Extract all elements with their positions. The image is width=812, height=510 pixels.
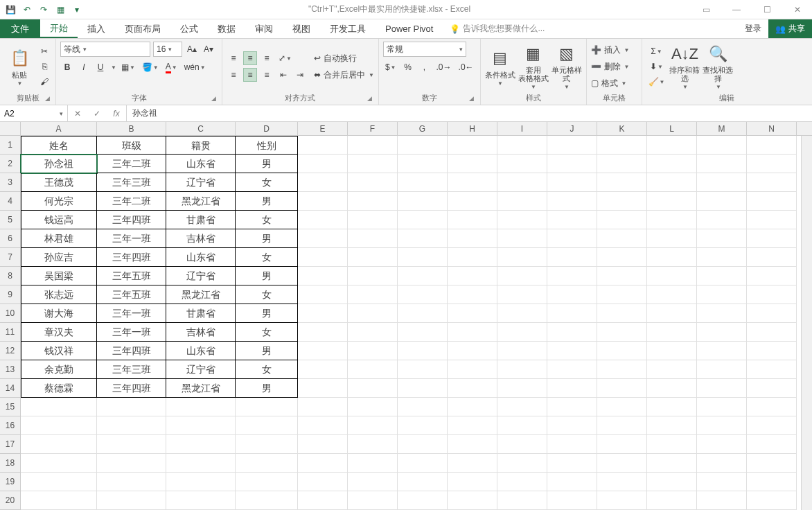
- cell[interactable]: [97, 416, 166, 435]
- cell[interactable]: [697, 285, 747, 304]
- orientation-icon[interactable]: ⤢▼: [276, 51, 294, 65]
- cell[interactable]: [298, 491, 348, 510]
- cell[interactable]: [497, 136, 547, 155]
- cell[interactable]: [597, 379, 647, 398]
- cell[interactable]: [448, 192, 497, 211]
- cell[interactable]: [166, 398, 236, 416]
- cell[interactable]: [597, 192, 647, 211]
- cell[interactable]: [547, 155, 597, 173]
- cell[interactable]: [398, 267, 448, 285]
- cell[interactable]: 姓名: [21, 136, 97, 155]
- login-button[interactable]: 登录: [738, 19, 768, 38]
- cell[interactable]: 三年四班: [97, 211, 166, 229]
- tab-插入[interactable]: 插入: [78, 19, 115, 38]
- cell[interactable]: [647, 248, 697, 267]
- cell[interactable]: [398, 473, 448, 491]
- dialog-launcher-icon[interactable]: ◢: [43, 95, 51, 103]
- percent-format-icon[interactable]: %: [401, 60, 415, 74]
- cell[interactable]: [448, 285, 497, 304]
- cell[interactable]: [497, 398, 547, 416]
- cell[interactable]: 王德茂: [21, 173, 97, 192]
- decrease-indent-icon[interactable]: ⇤: [276, 68, 290, 82]
- row-header[interactable]: 15: [0, 398, 21, 416]
- cell[interactable]: 三年四班: [97, 342, 166, 360]
- cell[interactable]: 三年二班: [97, 192, 166, 211]
- conditional-format-button[interactable]: ▤ 条件格式 ▼: [485, 43, 515, 90]
- cell[interactable]: [697, 192, 747, 211]
- font-color-icon[interactable]: A▼: [164, 60, 179, 74]
- enter-formula-icon[interactable]: ✓: [87, 109, 107, 118]
- cell[interactable]: 吉林省: [166, 323, 236, 342]
- cell[interactable]: [597, 155, 647, 173]
- number-format-combo[interactable]: 常规 ▾: [383, 42, 466, 57]
- cell[interactable]: [398, 435, 448, 454]
- cell[interactable]: [398, 173, 448, 192]
- cell[interactable]: [597, 473, 647, 491]
- cell[interactable]: [97, 454, 166, 473]
- cell[interactable]: [747, 360, 797, 379]
- cell[interactable]: [21, 398, 97, 416]
- cell[interactable]: [747, 473, 797, 491]
- row-header[interactable]: 4: [0, 192, 21, 211]
- cell[interactable]: [547, 416, 597, 435]
- column-header[interactable]: M: [697, 122, 747, 135]
- cell[interactable]: [597, 229, 647, 248]
- cell[interactable]: 山东省: [166, 248, 236, 267]
- cell[interactable]: 吴国梁: [21, 267, 97, 285]
- cell[interactable]: 辽宁省: [166, 267, 236, 285]
- cell[interactable]: [298, 155, 348, 173]
- cell[interactable]: [448, 267, 497, 285]
- cell[interactable]: [647, 398, 697, 416]
- cell[interactable]: [547, 435, 597, 454]
- cell[interactable]: [497, 211, 547, 229]
- underline-button[interactable]: U: [94, 60, 107, 74]
- cell[interactable]: 山东省: [166, 155, 236, 173]
- tab-开发工具[interactable]: 开发工具: [320, 19, 376, 38]
- cell[interactable]: [348, 229, 398, 248]
- cell[interactable]: [697, 473, 747, 491]
- cell[interactable]: [298, 211, 348, 229]
- cell[interactable]: 张志远: [21, 285, 97, 304]
- cell[interactable]: 女: [236, 323, 298, 342]
- vertical-scrollbar[interactable]: [801, 136, 812, 510]
- cell[interactable]: [236, 473, 298, 491]
- cell[interactable]: [398, 211, 448, 229]
- cell[interactable]: [497, 342, 547, 360]
- cell[interactable]: [597, 173, 647, 192]
- cell[interactable]: [697, 155, 747, 173]
- cell[interactable]: [747, 304, 797, 323]
- column-header[interactable]: K: [597, 122, 647, 135]
- cell[interactable]: [298, 248, 348, 267]
- cell[interactable]: 三年五班: [97, 267, 166, 285]
- cell[interactable]: [298, 379, 348, 398]
- cell[interactable]: [448, 360, 497, 379]
- cell[interactable]: [497, 454, 547, 473]
- row-header[interactable]: 1: [0, 136, 21, 155]
- cell[interactable]: [547, 473, 597, 491]
- cell[interactable]: [97, 398, 166, 416]
- cell[interactable]: [348, 211, 398, 229]
- cell[interactable]: 男: [236, 267, 298, 285]
- cell[interactable]: [597, 304, 647, 323]
- cancel-formula-icon[interactable]: ✕: [68, 109, 87, 118]
- cell[interactable]: 男: [236, 342, 298, 360]
- row-header[interactable]: 9: [0, 285, 21, 304]
- cell[interactable]: [747, 155, 797, 173]
- cell[interactable]: [166, 491, 236, 510]
- cell[interactable]: [497, 323, 547, 342]
- cell[interactable]: [97, 491, 166, 510]
- cell[interactable]: [697, 360, 747, 379]
- cell[interactable]: [697, 398, 747, 416]
- cell[interactable]: 女: [236, 360, 298, 379]
- cell[interactable]: [697, 491, 747, 510]
- cell[interactable]: [747, 379, 797, 398]
- cell[interactable]: [348, 379, 398, 398]
- cell[interactable]: 辽宁省: [166, 173, 236, 192]
- cell[interactable]: [647, 173, 697, 192]
- cell[interactable]: 三年四班: [97, 379, 166, 398]
- format-cells-button[interactable]: ▢格式▼: [591, 76, 630, 91]
- tab-审阅[interactable]: 审阅: [245, 19, 283, 38]
- cell[interactable]: [697, 379, 747, 398]
- cell[interactable]: 三年四班: [97, 248, 166, 267]
- cell[interactable]: [547, 360, 597, 379]
